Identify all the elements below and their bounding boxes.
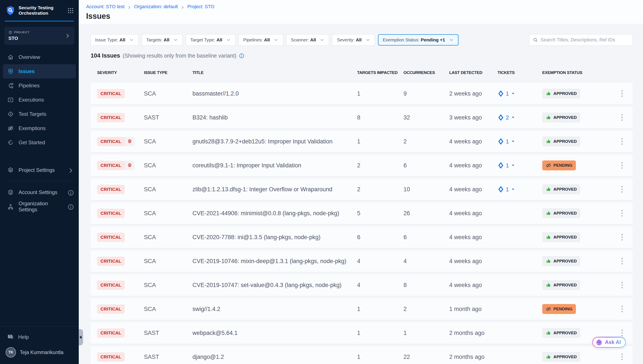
issue-row[interactable]: CRITICAL SAST django@1.2 1 22 2 months a… <box>91 346 633 364</box>
issue-row[interactable]: CRITICAL SAST webpack@5.64.1 1 1 2 month… <box>91 322 633 344</box>
last-detected-cell: 2 weeks ago <box>449 90 498 97</box>
issue-title[interactable]: coreutils@9.1-1: Improper Input Validati… <box>193 162 357 169</box>
issue-row[interactable]: CRITICAL SCA coreutils@9.1-1: Improper I… <box>91 154 633 176</box>
row-menu-button[interactable] <box>621 305 633 313</box>
breadcrumb-link[interactable]: Project: STO <box>187 4 215 10</box>
row-menu-button[interactable] <box>621 234 633 241</box>
exemption-status-cell: APPROVED <box>542 328 619 338</box>
filter-pipelines[interactable]: Pipelines: All <box>239 34 283 46</box>
severity-badge: CRITICAL <box>97 89 125 98</box>
issue-title[interactable]: B324: hashlib <box>193 114 357 121</box>
row-menu-button[interactable] <box>621 353 633 360</box>
targets-impacted-cell: 1 <box>357 306 403 312</box>
severity-badge: CRITICAL <box>97 185 125 194</box>
severity-cell: CRITICAL <box>97 137 144 146</box>
sidebar-settings: Project Settings Account Settings Organi… <box>0 163 79 214</box>
row-menu-button[interactable] <box>621 282 633 289</box>
issue-row[interactable]: CRITICAL SCA gnutls28@3.7.9-2+deb12u5: I… <box>91 131 633 152</box>
severity-cell: CRITICAL <box>97 89 144 98</box>
issue-title[interactable]: django@1.2 <box>193 354 357 360</box>
breadcrumb-link[interactable]: Account: STO test <box>86 4 125 10</box>
issue-row[interactable]: CRITICAL SCA zlib@1:1.2.13.dfsg-1: Integ… <box>91 178 633 200</box>
user-item[interactable]: TK Teja Kummarikuntla <box>0 343 79 359</box>
issue-title[interactable]: bassmaster//1.2.0 <box>193 90 357 97</box>
row-menu-button[interactable] <box>621 186 633 193</box>
issue-title[interactable]: zlib@1:1.2.13.dfsg-1: Integer Overflow o… <box>193 186 357 193</box>
sidebar-item-account-settings[interactable]: Account Settings <box>0 185 79 200</box>
ticket-count: 1 <box>506 186 509 193</box>
status-badge: PENDING <box>542 160 576 170</box>
chevron-down-icon <box>226 38 231 42</box>
app-title: Security Testing Orchestration <box>19 5 60 16</box>
sidebar-item-issues[interactable]: Issues <box>3 64 76 78</box>
row-menu-button[interactable] <box>621 258 633 265</box>
severity-label: CRITICAL <box>97 185 125 194</box>
filter-severity[interactable]: Severity: All <box>332 34 375 46</box>
tickets-cell: 1 <box>498 186 542 193</box>
targets-impacted-cell: 6 <box>357 234 403 241</box>
help-item[interactable]: ? Help <box>0 331 79 343</box>
issue-title[interactable]: CVE-2019-10747: set-value@0.4.3 (lang-pk… <box>193 282 357 288</box>
last-detected-cell: 2 months ago <box>449 330 498 336</box>
sidebar-header: Security Testing Orchestration <box>0 0 79 21</box>
issue-row[interactable]: CRITICAL SCA bassmaster//1.2.0 1 9 2 wee… <box>91 83 633 104</box>
gear-icon <box>7 167 14 173</box>
filter-text: Scanner: All <box>291 37 316 42</box>
filter-targets[interactable]: Targets: All <box>142 34 183 46</box>
issue-row[interactable]: CRITICAL SCA CVE-2020-7788: ini@1.3.5 (l… <box>91 226 633 248</box>
issue-title[interactable]: gnutls28@3.7.9-2+deb12u5: Improper Input… <box>193 138 357 145</box>
issue-row[interactable]: CRITICAL SCA swig//1.4.2 1 2 1 month ago… <box>91 298 633 320</box>
row-menu-button[interactable] <box>621 138 633 145</box>
breadcrumb-link[interactable]: Organization: default <box>134 4 178 10</box>
caret-down-icon[interactable] <box>511 163 515 168</box>
caret-down-icon[interactable] <box>511 187 515 192</box>
sidebar-item-overview[interactable]: Overview <box>0 50 79 64</box>
help-label: Help <box>18 334 29 340</box>
issue-title[interactable]: CVE-2020-7788: ini@1.3.5 (lang-pkgs, nod… <box>193 234 357 241</box>
column-header-last-detected: LAST DETECTED <box>449 70 498 75</box>
sidebar-item-test-targets[interactable]: Test Targets <box>0 107 79 121</box>
jira-ticket-icon <box>498 90 504 97</box>
sidebar-item-get-started[interactable]: Get Started <box>0 136 79 150</box>
caret-down-icon[interactable] <box>511 92 515 96</box>
row-menu-button[interactable] <box>621 114 633 121</box>
row-menu-button[interactable] <box>621 329 633 336</box>
column-header-severity: SEVERITY <box>97 70 144 75</box>
filter-text: Pipelines: All <box>243 37 270 42</box>
row-menu-button[interactable] <box>621 90 633 97</box>
filter-text: Targets: All <box>146 37 169 42</box>
status-badge: APPROVED <box>542 256 580 266</box>
issue-row[interactable]: CRITICAL SAST B324: hashlib 8 32 3 weeks… <box>91 107 633 128</box>
issue-title[interactable]: webpack@5.64.1 <box>193 330 357 336</box>
filter-target-type[interactable]: Target Type: All <box>186 34 235 46</box>
row-menu-button[interactable] <box>621 162 633 169</box>
issue-title[interactable]: swig//1.4.2 <box>193 306 357 312</box>
sidebar-item-organization-settings[interactable]: Organization Settings <box>0 200 79 214</box>
occurrences-cell: 6 <box>403 162 449 169</box>
filter-exemption-status[interactable]: Exemption Status: Pending +1 <box>378 34 458 46</box>
issue-row[interactable]: CRITICAL SCA CVE-2019-10747: set-value@0… <box>91 274 633 296</box>
search-input[interactable] <box>540 37 629 43</box>
issue-row[interactable]: CRITICAL SCA CVE-2021-44906: minimist@0.… <box>91 202 633 224</box>
row-menu-button[interactable] <box>621 210 633 217</box>
caret-down-icon[interactable] <box>511 139 515 144</box>
sidebar-item-label: Issues <box>19 68 35 74</box>
stacked-layers-icon <box>125 137 135 146</box>
filter-issue-type[interactable]: Issue Type: All <box>91 34 139 46</box>
issue-row[interactable]: CRITICAL SCA CVE-2019-10746: mixin-deep@… <box>91 250 633 272</box>
breadcrumb: Account: STO testOrganization: defaultPr… <box>86 4 643 10</box>
sidebar-item-project-settings[interactable]: Project Settings <box>0 163 79 177</box>
sidebar-item-exemptions[interactable]: Exemptions <box>0 121 79 136</box>
sidebar-collapse-handle[interactable] <box>79 329 83 346</box>
caret-down-icon[interactable] <box>511 115 515 120</box>
project-selector[interactable]: PROJECT STO <box>5 27 74 44</box>
module-grid-icon[interactable] <box>67 7 74 14</box>
issue-title[interactable]: CVE-2021-44906: minimist@0.0.8 (lang-pkg… <box>193 210 357 217</box>
ask-ai-button[interactable]: Ask AI <box>592 337 626 348</box>
filter-scanner[interactable]: Scanner: All <box>286 34 329 46</box>
issue-title[interactable]: CVE-2019-10746: mixin-deep@1.3.1 (lang-p… <box>193 258 357 264</box>
sidebar-item-pipelines[interactable]: Pipelines <box>0 78 79 93</box>
thumbs-up-icon <box>546 139 551 144</box>
sidebar-item-executions[interactable]: Executions <box>0 93 79 107</box>
info-icon[interactable] <box>239 53 244 59</box>
